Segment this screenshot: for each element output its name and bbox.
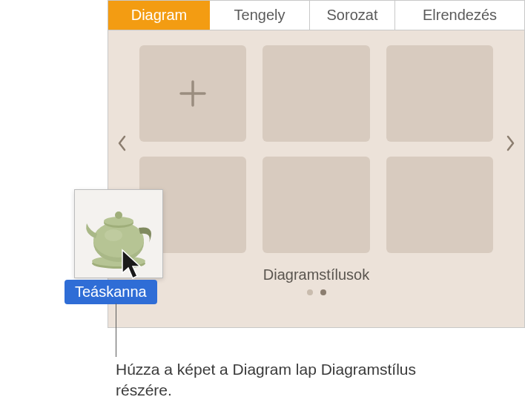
page-dot-1[interactable] bbox=[307, 289, 313, 295]
chevron-right-icon bbox=[506, 134, 516, 152]
chevron-left-icon bbox=[116, 134, 127, 152]
style-tile[interactable] bbox=[262, 45, 369, 142]
drag-file-label: Teáskanna bbox=[65, 280, 157, 304]
tab-elrendezes[interactable]: Elrendezés bbox=[395, 1, 524, 30]
style-grid bbox=[139, 45, 493, 253]
styles-prev-arrow[interactable] bbox=[113, 134, 131, 157]
tab-tengely[interactable]: Tengely bbox=[210, 1, 310, 30]
page-dots bbox=[132, 289, 501, 295]
styles-section-label: Diagramstílusok bbox=[132, 266, 501, 283]
inspector-panel: Diagram Tengely Sorozat Elrendezés bbox=[108, 0, 525, 328]
tab-sorozat[interactable]: Sorozat bbox=[310, 1, 395, 30]
tab-diagram[interactable]: Diagram bbox=[108, 1, 210, 30]
style-tile-add[interactable] bbox=[139, 45, 246, 142]
callout-text: Húzza a képet a Diagram lap Diagramstílu… bbox=[116, 359, 472, 401]
teapot-icon bbox=[78, 197, 159, 271]
style-tile[interactable] bbox=[386, 157, 493, 253]
plus-icon bbox=[176, 77, 209, 110]
callout-line bbox=[116, 303, 116, 357]
style-tile[interactable] bbox=[262, 157, 369, 253]
styles-next-arrow[interactable] bbox=[502, 134, 520, 157]
page-dot-2[interactable] bbox=[320, 289, 326, 295]
tab-bar: Diagram Tengely Sorozat Elrendezés bbox=[108, 1, 524, 30]
svg-point-8 bbox=[115, 211, 122, 219]
drag-thumbnail[interactable] bbox=[74, 189, 163, 278]
style-tile[interactable] bbox=[386, 45, 493, 142]
chart-styles-area: Diagramstílusok bbox=[108, 30, 524, 327]
svg-point-9 bbox=[105, 229, 122, 241]
